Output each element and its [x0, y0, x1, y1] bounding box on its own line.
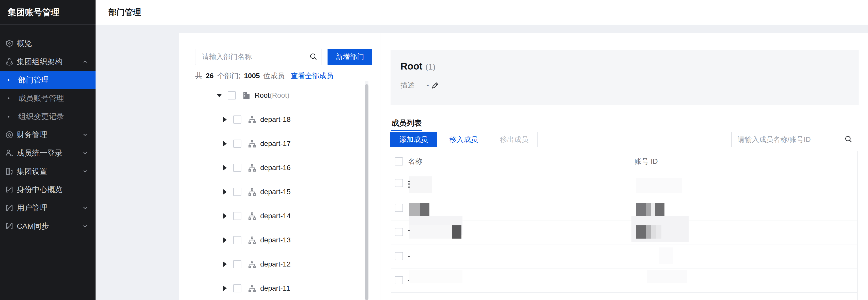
- sidebar-item-user-management[interactable]: 用户管理: [0, 199, 96, 217]
- expand-caret-icon[interactable]: [223, 165, 227, 171]
- tree-node-department[interactable]: depart-17: [179, 131, 380, 156]
- tree-node-label: depart-15: [260, 188, 291, 196]
- tree-checkbox[interactable]: [233, 164, 241, 172]
- sidebar-item-group-settings[interactable]: 集团设置: [0, 162, 96, 180]
- tree-node-department[interactable]: depart-18: [179, 107, 380, 131]
- building-icon: [242, 91, 251, 100]
- tree-node-department[interactable]: depart-16: [179, 156, 380, 180]
- sidebar-item-member-sso[interactable]: 成员统一登录: [0, 144, 96, 162]
- sidebar-item-label: CAM同步: [17, 221, 49, 231]
- sitemap-icon: [247, 236, 257, 245]
- member-tabbar: 成员列表: [391, 117, 857, 131]
- sidebar-item-org-change-log[interactable]: 组织变更记录: [0, 107, 96, 126]
- sitemap-icon: [247, 284, 257, 293]
- sidebar-item-member-accounts[interactable]: 成员账号管理: [0, 89, 96, 107]
- tree-checkbox[interactable]: [233, 115, 241, 124]
- move-out-member-button[interactable]: 移出成员: [491, 132, 538, 147]
- sidebar-item-label: 组织变更记录: [18, 111, 64, 122]
- tree-node-label: depart-17: [260, 140, 291, 148]
- table-row: [391, 171, 857, 196]
- sidebar-item-dept-management[interactable]: 部门管理: [0, 71, 96, 89]
- row-checkbox[interactable]: [395, 252, 403, 260]
- overview-icon: [5, 39, 14, 48]
- sidebar-item-cam-sync[interactable]: CAM同步: [0, 217, 96, 235]
- expand-caret-icon[interactable]: [223, 117, 227, 122]
- add-department-button[interactable]: 新增部门: [328, 49, 372, 65]
- redacted-text: [408, 187, 410, 188]
- redacted-text: [659, 247, 673, 264]
- member-search-input[interactable]: [731, 132, 856, 147]
- sitemap-icon: [247, 163, 257, 172]
- tree-node-department[interactable]: depart-13: [179, 228, 380, 252]
- finance-icon: [5, 130, 14, 139]
- expand-caret-icon[interactable]: [223, 261, 227, 267]
- sidebar-item-label: 部门管理: [18, 75, 49, 85]
- redacted-text: [651, 225, 656, 239]
- select-all-checkbox[interactable]: [395, 157, 403, 165]
- tree-node-department[interactable]: depart-11: [179, 276, 380, 300]
- expand-caret-icon[interactable]: [223, 189, 227, 195]
- expand-caret-icon[interactable]: [223, 286, 227, 291]
- tree-node-department[interactable]: depart-15: [179, 180, 380, 204]
- member-actions: 添加成员 移入成员 移出成员: [381, 132, 868, 147]
- sitemap-icon: [247, 187, 257, 196]
- page-title: 部门管理: [96, 0, 868, 25]
- tree-checkbox[interactable]: [233, 284, 241, 292]
- expand-caret-icon[interactable]: [223, 213, 227, 219]
- search-icon[interactable]: [309, 52, 318, 61]
- redacted-text: [409, 176, 432, 193]
- view-all-members-link[interactable]: 查看全部成员: [291, 72, 333, 80]
- sidebar-item-overview[interactable]: 概览: [0, 34, 96, 53]
- tree-node-label: depart-12: [260, 260, 291, 268]
- sidebar-item-label: 身份中心概览: [17, 185, 63, 195]
- sidebar-item-label: 集团设置: [17, 166, 47, 177]
- app-brand: 集团账号管理: [0, 0, 96, 25]
- chevron-up-icon: [82, 58, 88, 65]
- redacted-text: [408, 184, 410, 185]
- row-checkbox[interactable]: [395, 276, 403, 284]
- collapse-caret-icon[interactable]: [216, 94, 222, 97]
- search-icon[interactable]: [844, 135, 853, 144]
- tree-checkbox[interactable]: [233, 212, 241, 220]
- redacted-text: [636, 203, 646, 216]
- expand-caret-icon[interactable]: [223, 237, 227, 243]
- tree-scrollbar-thumb[interactable]: [365, 84, 368, 300]
- row-checkbox[interactable]: [395, 228, 403, 236]
- table-header: 名称 账号 ID: [391, 151, 857, 171]
- tree-checkbox[interactable]: [233, 140, 241, 148]
- tree-checkbox[interactable]: [233, 260, 241, 268]
- tree-node-label: depart-14: [260, 212, 291, 220]
- sidebar-item-org-structure[interactable]: 集团组织架构: [0, 53, 96, 71]
- row-checkbox[interactable]: [395, 179, 403, 187]
- tree-scrollbar-track: [365, 81, 368, 300]
- tree-node-label: Root: [255, 91, 270, 99]
- department-info-card: Root (1) 描述 -: [391, 50, 859, 105]
- sidebar-item-label: 成员统一登录: [17, 148, 63, 158]
- redacted-text: [409, 225, 452, 239]
- identity-center-icon: [5, 185, 14, 194]
- tree-checkbox[interactable]: [233, 236, 241, 244]
- add-member-button[interactable]: 添加成员: [390, 132, 437, 147]
- move-in-member-button[interactable]: 移入成员: [440, 132, 487, 147]
- tree-node-department[interactable]: depart-14: [179, 204, 380, 228]
- redacted-text: [408, 230, 410, 231]
- sidebar-item-finance[interactable]: 财务管理: [0, 126, 96, 144]
- stats-prefix: 共: [195, 72, 202, 80]
- tree-node-root[interactable]: Root (Root): [179, 83, 380, 107]
- redacted-text: [409, 270, 462, 283]
- sidebar-item-identity-center[interactable]: 身份中心概览: [0, 180, 96, 199]
- expand-caret-icon[interactable]: [223, 141, 227, 146]
- tree-checkbox[interactable]: [228, 91, 236, 99]
- column-header-account-id: 账号 ID: [634, 151, 658, 172]
- member-count: 1005: [244, 72, 260, 80]
- bullet-dot-icon: [8, 79, 9, 81]
- tab-member-list[interactable]: 成员列表: [391, 117, 422, 131]
- row-checkbox[interactable]: [395, 204, 403, 212]
- department-stats: 共 26 个部门; 1005 位成员 查看全部成员: [195, 71, 333, 81]
- group-settings-icon: [5, 167, 14, 176]
- tree-checkbox[interactable]: [233, 188, 241, 196]
- tree-node-department[interactable]: depart-12: [179, 252, 380, 276]
- dept-search-input[interactable]: [195, 49, 321, 65]
- chevron-down-icon: [82, 223, 88, 229]
- edit-pencil-icon[interactable]: [431, 81, 440, 90]
